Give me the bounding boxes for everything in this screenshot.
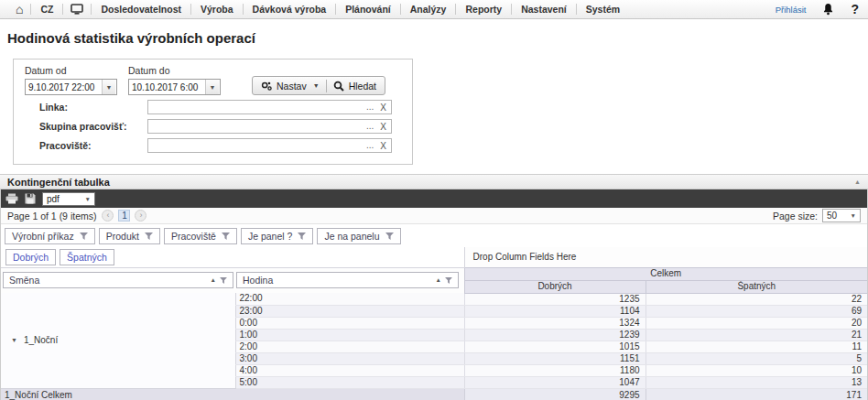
date-from-label: Datum od: [25, 65, 117, 76]
collapse-panel-icon[interactable]: ▲: [854, 178, 861, 185]
pivot-panel-header: Kontingenční tabulka ▲: [0, 174, 868, 189]
chevron-down-icon: ▼: [313, 82, 320, 89]
nav-item-dosledovatelnost[interactable]: Dosledovatelnost: [92, 4, 190, 15]
hour-cell: 22:00: [235, 293, 464, 305]
filter-field-je-na-panelu[interactable]: Je na panelu: [317, 228, 400, 244]
good-value-cell: 1047: [464, 376, 646, 388]
prev-page-button[interactable]: ‹: [102, 210, 114, 222]
nav-separator: [400, 4, 401, 15]
help-icon[interactable]: ?: [851, 2, 859, 16]
filter-field-produkt[interactable]: Produkt: [99, 228, 160, 244]
filter-field-label: Výrobní příkaz: [12, 231, 74, 242]
pager-status: Page 1 of 1 (9 items): [7, 211, 96, 222]
filter-field-pracoviste[interactable]: Pracoviště: [164, 228, 237, 244]
chevron-down-icon[interactable]: ▼: [205, 80, 219, 94]
date-from-input[interactable]: [26, 80, 102, 94]
date-from-picker[interactable]: ▼: [25, 79, 117, 95]
filter-funnel-icon[interactable]: [220, 277, 227, 284]
pracoviste-lookup[interactable]: ... X: [147, 138, 392, 153]
filter-funnel-icon: [80, 232, 88, 240]
row-fields-area: Směna ▲ Hodina ▲: [1, 267, 464, 293]
next-page-button[interactable]: ›: [135, 210, 146, 222]
filter-funnel-icon: [298, 232, 306, 240]
drop-column-fields-hint[interactable]: Drop Column Fields Here: [464, 247, 867, 267]
row-field-label: Směna: [9, 275, 211, 286]
data-field-spatnych[interactable]: Špatných: [60, 249, 114, 265]
pivot-panel-body: pdf ▼ Page 1 of 1 (9 items) ‹ 1 › Page s…: [0, 189, 868, 400]
export-toolbar: pdf ▼: [1, 189, 867, 208]
nav-item-planovani[interactable]: Plánování: [337, 4, 399, 15]
bad-value-cell: 11: [646, 341, 867, 352]
nav-item-system[interactable]: Systém: [578, 4, 628, 15]
nav-item-vyroba[interactable]: Výroba: [192, 4, 242, 15]
date-to-picker[interactable]: ▼: [128, 79, 221, 95]
chevron-down-icon[interactable]: ▼: [102, 80, 115, 94]
filter-funnel-icon[interactable]: [445, 277, 452, 284]
filter-field-je-panel[interactable]: Je panel ?: [241, 228, 313, 244]
nav-separator: [62, 4, 63, 15]
language-switch[interactable]: CZ: [32, 4, 61, 15]
column-header-dobrych[interactable]: Dobrých: [464, 280, 646, 293]
login-link[interactable]: Přihlásit: [776, 5, 807, 15]
export-save-icon[interactable]: [25, 193, 36, 204]
collapse-group-icon[interactable]: ▼: [11, 335, 17, 346]
monitor-icon[interactable]: [64, 4, 90, 15]
pivot-table: Dobrých Špatných Drop Column Fields Here…: [1, 247, 867, 400]
sort-ascending-icon[interactable]: ▲: [211, 275, 216, 286]
page-size-select[interactable]: 50 ▼: [822, 209, 861, 222]
filter-field-vyrobni-prikaz[interactable]: Výrobní příkaz: [5, 228, 95, 244]
nav-item-nastaveni[interactable]: Nastavení: [513, 4, 575, 15]
home-icon[interactable]: ⌂: [9, 3, 29, 16]
data-field-dobrych[interactable]: Dobrých: [5, 249, 56, 265]
column-header-spatnych[interactable]: Špatných: [646, 280, 867, 293]
linka-lookup[interactable]: ... X: [147, 100, 392, 114]
ellipsis-browse-button[interactable]: ...: [366, 123, 374, 130]
bad-value-cell: 5: [646, 352, 867, 364]
nav-item-davkova-vyroba[interactable]: Dávková výroba: [244, 4, 335, 15]
good-value-cell: 1151: [464, 352, 646, 364]
linka-input[interactable]: [153, 102, 366, 114]
good-value-cell: 1104: [464, 305, 646, 317]
chevron-down-icon: ▼: [85, 196, 91, 202]
row-field-label: Hodina: [243, 275, 436, 286]
skupina-pracovist-input[interactable]: [153, 121, 366, 133]
hour-cell: 0:00: [235, 317, 464, 329]
clear-x-button[interactable]: X: [380, 103, 386, 113]
export-format-select[interactable]: pdf ▼: [42, 192, 95, 206]
current-page-button[interactable]: 1: [118, 210, 130, 222]
good-value-cell: 1239: [464, 329, 646, 341]
date-to-label: Datum do: [128, 65, 221, 76]
pracoviste-label: Pracoviště:: [39, 140, 147, 151]
total-bad-cell: 171: [646, 388, 867, 400]
ellipsis-browse-button[interactable]: ...: [366, 103, 374, 111]
pivot-panel-title: Kontingenční tabulka: [7, 177, 110, 188]
hledat-button[interactable]: Hledat: [327, 77, 383, 94]
nav-item-analyzy[interactable]: Analýzy: [402, 4, 455, 15]
nastav-button[interactable]: Nastav ▼: [255, 77, 326, 94]
filter-field-label: Produkt: [106, 231, 139, 242]
total-good-cell: 9295: [464, 388, 646, 400]
skupina-pracovist-lookup[interactable]: ... X: [147, 119, 392, 134]
pracoviste-input[interactable]: [153, 140, 366, 152]
page-size-label: Page size:: [773, 211, 818, 222]
good-value-cell: 1180: [464, 364, 646, 376]
clear-x-button[interactable]: X: [380, 141, 386, 151]
notifications-bell-icon[interactable]: [816, 3, 841, 16]
row-group-label: 1_Noční: [24, 335, 58, 346]
skupina-pracovist-label: Skupina pracovišť:: [39, 121, 147, 132]
print-icon[interactable]: [5, 193, 18, 204]
export-format-value: pdf: [47, 194, 60, 204]
nav-separator: [335, 4, 336, 15]
clear-x-button[interactable]: X: [380, 122, 386, 132]
nav-separator: [243, 4, 244, 15]
nav-item-reporty[interactable]: Reporty: [457, 4, 510, 15]
bad-value-cell: 13: [646, 376, 867, 388]
row-group-smena: ▼ 1_Noční: [1, 293, 235, 388]
search-icon: [333, 81, 344, 92]
sort-ascending-icon[interactable]: ▲: [436, 275, 441, 286]
top-nav-bar: ⌂ CZ Dosledovatelnost Výroba Dávková výr…: [0, 0, 868, 19]
row-field-smena[interactable]: Směna ▲: [3, 272, 233, 288]
ellipsis-browse-button[interactable]: ...: [366, 142, 374, 149]
row-field-hodina[interactable]: Hodina ▲: [236, 272, 459, 288]
date-to-input[interactable]: [129, 80, 205, 94]
